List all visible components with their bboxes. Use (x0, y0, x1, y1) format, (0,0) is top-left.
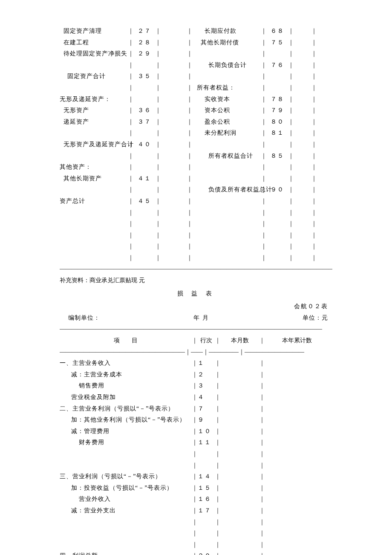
table-row: 在建工程｜２８｜｜ 其他长期付债｜７５｜｜ (60, 37, 332, 49)
left-item (60, 230, 128, 241)
right-item: 所有者权益合计 (193, 150, 261, 162)
left-line-no (134, 150, 155, 162)
right-value (294, 94, 311, 105)
income-form-no: 会航０２表 (60, 301, 332, 312)
currency-label: 单位：元 (303, 312, 332, 324)
income-line-no: １４ (198, 471, 215, 483)
right-line-no (267, 173, 288, 185)
supplementary-note: 补充资料：商业承兑汇票贴现 元 (60, 275, 332, 286)
left-line-no (134, 60, 155, 71)
left-value (161, 162, 187, 173)
date-label: 年 月 (193, 312, 210, 324)
left-line-no (134, 207, 155, 219)
left-item: 其他资产： (60, 162, 128, 173)
right-value (294, 116, 311, 128)
income-item (60, 448, 192, 460)
left-item (60, 252, 128, 264)
left-value (161, 94, 187, 105)
left-line-no: ２７ (134, 26, 155, 37)
table-row: ｜ ｜｜ (60, 448, 332, 460)
right-value (294, 230, 311, 241)
left-value (161, 173, 187, 185)
right-line-no (267, 139, 288, 150)
income-item: 财务费用 (60, 437, 192, 448)
left-value (161, 218, 187, 230)
left-item (60, 150, 128, 162)
left-item (60, 241, 128, 252)
table-row: 减：管理费用｜１０｜｜ (60, 426, 332, 437)
right-item (193, 162, 261, 173)
income-line-no: １５ (198, 483, 215, 494)
left-value (161, 150, 187, 162)
left-item: 无形资产 (60, 105, 128, 116)
income-year-val (265, 403, 329, 415)
left-value (161, 241, 187, 252)
left-item: 其他长期资产 (60, 173, 128, 185)
income-month-val (221, 483, 259, 494)
left-value (161, 48, 187, 60)
left-item: 在建工程 (60, 37, 128, 49)
right-item: 其他长期付债 (193, 37, 261, 49)
table-row: 三、营业利润（亏损以“－”号表示）｜１４｜｜ (60, 471, 332, 483)
table-row: ｜ ｜｜ (60, 460, 332, 471)
income-month-val (221, 369, 259, 381)
table-row: 无形及递延资产：｜ ｜｜ 实收资本｜７８｜｜ (60, 94, 332, 105)
right-value (294, 162, 311, 173)
left-value (161, 105, 187, 116)
left-item: 无形资产及递延资产合计 (60, 139, 128, 150)
income-year-val (265, 414, 329, 426)
left-value (161, 196, 187, 207)
income-line-no: １６ (198, 494, 215, 505)
income-year-val (265, 483, 329, 494)
income-year-val (265, 528, 329, 539)
left-value (161, 26, 187, 37)
col-item: 项 目 (60, 335, 192, 347)
income-month-val (221, 528, 259, 539)
income-line-no: １７ (198, 505, 215, 517)
right-line-no (267, 230, 288, 241)
table-row: 固定资产合计｜３５｜｜｜ ｜｜ (60, 71, 332, 82)
left-line-no: ３５ (134, 71, 155, 82)
right-item: 未分配利润 (193, 127, 261, 139)
right-item: 实收资本 (193, 94, 261, 105)
income-year-val (265, 494, 329, 505)
table-row: ｜ ｜｜｜ ｜｜ (60, 230, 332, 241)
income-line-no: ７ (198, 403, 215, 415)
right-line-no (267, 162, 288, 173)
income-title: 损 益 表 (60, 288, 332, 300)
left-item: 待处理固定资产净损失 (60, 48, 128, 60)
left-item: 资产总计 (60, 196, 128, 207)
table-row: 营业外收入｜１６｜｜ (60, 494, 332, 505)
income-month-val (221, 539, 259, 551)
income-year-val (265, 460, 329, 471)
left-item (60, 207, 128, 219)
income-item: 加：投资收益（亏损以“－”号表示） (60, 483, 192, 494)
income-line-no (198, 460, 215, 471)
divider: ――――――――――――――――――――――――――――――――――――――――… (60, 263, 332, 275)
left-value (161, 37, 187, 49)
right-value (294, 60, 311, 71)
right-value (294, 82, 311, 94)
table-row: 加：其他业务利润（亏损以“－”号表示）｜９｜｜ (60, 414, 332, 426)
income-year-val (265, 505, 329, 517)
table-row: ｜ ｜｜｜ ｜｜ (60, 252, 332, 264)
income-line-no: ３ (198, 380, 215, 392)
income-month-val (221, 460, 259, 471)
income-year-val (265, 392, 329, 403)
right-item: 盈余公积 (193, 116, 261, 128)
income-month-val (221, 550, 259, 555)
table-row: ｜ ｜｜ (60, 539, 332, 551)
income-item: 减：主营业务成本 (60, 369, 192, 381)
right-item: 负债及所有者权益总计 (193, 184, 261, 196)
income-year-val (265, 448, 329, 460)
right-value (294, 241, 311, 252)
table-row: 四、利润总额｜２０｜｜ (60, 550, 332, 555)
income-month-val (221, 403, 259, 415)
table-row: ｜ ｜｜ 未分配利润｜８１｜｜ (60, 127, 332, 139)
income-month-val (221, 448, 259, 460)
income-header: 项 目 ｜行次 ｜本月数 ｜本年累计数 (60, 335, 332, 347)
table-row: ｜ ｜｜ 负债及所有者权益总计｜９０｜｜ (60, 184, 332, 196)
right-line-no (267, 196, 288, 207)
right-value (294, 184, 311, 196)
right-line-no: ７５ (267, 37, 288, 49)
